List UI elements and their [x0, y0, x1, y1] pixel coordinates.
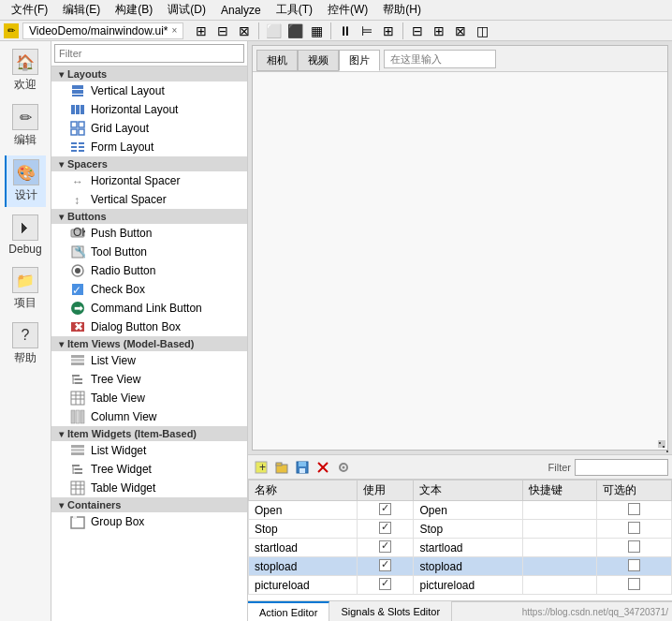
menu-edit[interactable]: 编辑(E) — [55, 0, 108, 20]
toolbar-btn-5[interactable]: ⬛ — [285, 21, 305, 41]
section-containers[interactable]: Containers — [51, 497, 247, 512]
widget-column-view[interactable]: Column View — [51, 407, 247, 426]
action-checkable-cell[interactable] — [597, 539, 672, 557]
filter-input[interactable] — [54, 44, 244, 63]
widget-list-widget[interactable]: List Widget — [51, 441, 247, 460]
widget-horizontal-spacer[interactable]: ↔ Horizontal Spacer — [51, 171, 247, 190]
menu-build[interactable]: 构建(B) — [108, 0, 160, 20]
menu-analyze[interactable]: Analyze — [213, 2, 269, 19]
svg-rect-2 — [72, 95, 83, 96]
toolbar-btn-7[interactable]: ⏸ — [335, 21, 356, 41]
left-nav-edit[interactable]: ✏ 编辑 — [5, 100, 46, 152]
section-item-views[interactable]: Item Views (Model-Based) — [51, 336, 247, 351]
action-checkable-cell[interactable] — [597, 501, 672, 520]
toolbar-btn-2[interactable]: ⊟ — [212, 21, 233, 41]
tab-signals-slots[interactable]: Signals & Slots Editor — [329, 601, 452, 621]
section-spacers[interactable]: Spacers — [51, 156, 247, 171]
checkable-checkbox[interactable] — [628, 578, 640, 590]
menu-controls[interactable]: 控件(W) — [320, 0, 375, 20]
debug-label: Debug — [7, 243, 44, 256]
toolbar-btn-8[interactable]: ⊨ — [357, 21, 377, 41]
bottom-settings-btn[interactable] — [334, 458, 353, 477]
toolbar-btn-1[interactable]: ⊞ — [191, 21, 212, 41]
action-used-cell[interactable] — [358, 557, 414, 576]
resize-handle[interactable]: ⋱ — [658, 440, 665, 448]
widget-tool-button[interactable]: 🔧 Tool Button — [51, 243, 247, 261]
left-nav-design[interactable]: 🎨 设计 — [5, 155, 46, 207]
action-checkable-cell[interactable] — [597, 520, 672, 539]
action-used-cell[interactable] — [358, 501, 414, 520]
checkable-checkbox[interactable] — [628, 559, 640, 571]
action-checkable-cell[interactable] — [597, 557, 672, 576]
canvas-content[interactable]: ⋱ — [253, 72, 667, 450]
table-row[interactable]: OpenOpen — [249, 501, 672, 520]
tab-action-editor[interactable]: Action Editor — [248, 601, 329, 621]
table-row[interactable]: stoploadstopload — [249, 557, 672, 576]
design-text-input[interactable] — [384, 50, 496, 68]
checkable-checkbox[interactable] — [628, 540, 640, 553]
toolbar-btn-9[interactable]: ⊞ — [378, 21, 399, 41]
action-used-cell[interactable] — [358, 576, 414, 595]
action-used-cell[interactable] — [358, 520, 414, 539]
left-nav-project[interactable]: 📁 项目 — [5, 263, 46, 315]
left-nav-help[interactable]: ? 帮助 — [5, 318, 46, 370]
action-checkable-cell[interactable] — [597, 576, 672, 595]
widget-tree-view[interactable]: Tree View — [51, 370, 247, 389]
widget-table-view[interactable]: Table View — [51, 389, 247, 407]
menu-tools[interactable]: 工具(T) — [269, 0, 320, 20]
widget-group-box[interactable]: Group Box — [51, 512, 247, 531]
used-checkbox[interactable] — [379, 578, 391, 590]
toolbar-btn-6[interactable]: ▦ — [306, 21, 327, 41]
bottom-delete-btn[interactable] — [314, 458, 332, 477]
menu-file[interactable]: 文件(F) — [4, 0, 55, 20]
widget-list-view[interactable]: List View — [51, 351, 247, 370]
widget-table-widget[interactable]: Table Widget — [51, 479, 247, 497]
widget-grid-layout[interactable]: Grid Layout — [51, 119, 247, 138]
used-checkbox[interactable] — [379, 540, 391, 553]
widget-command-link-button[interactable]: ➡ Command Link Button — [51, 299, 247, 318]
svg-text:🔧: 🔧 — [74, 244, 85, 259]
table-row[interactable]: startloadstartload — [249, 539, 672, 557]
toolbar-btn-10[interactable]: ⊟ — [407, 21, 428, 41]
close-tab-button[interactable]: × — [172, 25, 178, 36]
toolbar-btn-4[interactable]: ⬜ — [263, 21, 284, 41]
widget-vertical-layout[interactable]: Vertical Layout — [51, 81, 247, 100]
bottom-filter-input[interactable] — [575, 459, 668, 476]
toolbar-btn-13[interactable]: ◫ — [472, 21, 492, 41]
content-row: 🏠 欢迎 ✏ 编辑 🎨 设计 ⏵ Debug 📁 项目 ? 帮助 — [0, 41, 672, 621]
table-row[interactable]: StopStop — [249, 520, 672, 539]
section-item-widgets[interactable]: Item Widgets (Item-Based) — [51, 426, 247, 441]
widget-check-box[interactable]: ✓ Check Box — [51, 280, 247, 299]
tab-video[interactable]: 视频 — [298, 50, 339, 71]
menu-debug[interactable]: 调试(D) — [160, 0, 213, 20]
widget-vertical-spacer[interactable]: ↕ Vertical Spacer — [51, 190, 247, 209]
used-checkbox[interactable] — [379, 522, 391, 534]
tab-photo[interactable]: 图片 — [339, 50, 380, 71]
used-checkbox[interactable] — [379, 503, 391, 515]
section-layouts[interactable]: Layouts — [51, 67, 247, 81]
left-nav-debug[interactable]: ⏵ Debug — [5, 211, 46, 259]
checkable-checkbox[interactable] — [628, 503, 640, 515]
bottom-save-btn[interactable] — [293, 458, 312, 477]
table-row[interactable]: pictureloadpictureload — [249, 576, 672, 595]
checkable-checkbox[interactable] — [628, 522, 640, 534]
widget-dialog-button-box[interactable]: ✖ Dialog Button Box — [51, 318, 247, 336]
widget-form-layout[interactable]: Form Layout — [51, 138, 247, 156]
action-used-cell[interactable] — [358, 539, 414, 557]
widget-horizontal-layout[interactable]: Horizontal Layout — [51, 100, 247, 119]
bottom-open-btn[interactable] — [272, 458, 291, 477]
left-nav-welcome[interactable]: 🏠 欢迎 — [5, 45, 46, 96]
toolbar-btn-11[interactable]: ⊞ — [429, 21, 449, 41]
widget-radio-button[interactable]: Radio Button — [51, 261, 247, 280]
bottom-new-btn[interactable]: + — [252, 458, 270, 477]
file-tab[interactable]: VideoDemo/mainwindow.ui* × — [22, 22, 183, 39]
section-buttons[interactable]: Buttons — [51, 209, 247, 224]
widget-push-button[interactable]: OK Push Button — [51, 224, 247, 243]
bottom-filter-area: Filter — [548, 459, 668, 476]
toolbar-btn-12[interactable]: ⊠ — [450, 21, 471, 41]
tab-camera[interactable]: 相机 — [256, 50, 298, 71]
toolbar-btn-3[interactable]: ⊠ — [234, 21, 255, 41]
widget-tree-widget[interactable]: Tree Widget — [51, 460, 247, 479]
menu-help[interactable]: 帮助(H) — [375, 0, 429, 20]
used-checkbox[interactable] — [379, 559, 391, 571]
